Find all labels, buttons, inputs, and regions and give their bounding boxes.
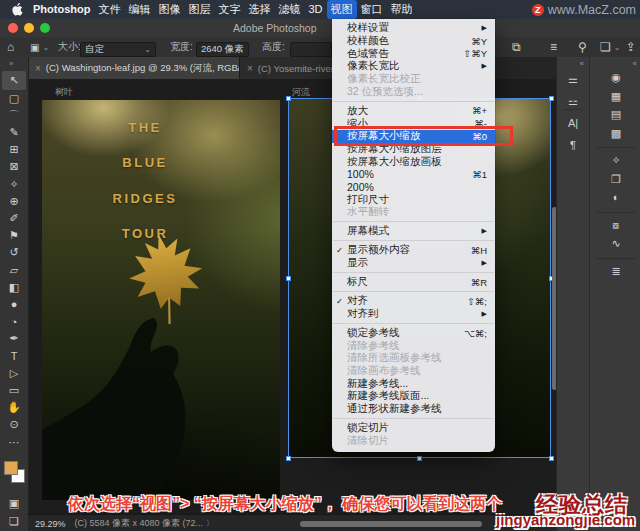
- menu-item-屏幕模式[interactable]: 屏幕模式▶: [332, 225, 495, 238]
- home-icon[interactable]: ⌂: [7, 40, 14, 54]
- swatches-panel-icon[interactable]: ▦: [590, 90, 640, 103]
- selection-handle[interactable]: [417, 456, 422, 461]
- size-select[interactable]: 自定⌄: [80, 42, 156, 57]
- menu-item-色域警告[interactable]: 色域警告⇧⌘Y: [332, 47, 495, 60]
- healing-brush-tool[interactable]: ⊕: [0, 193, 28, 209]
- history-brush-tool[interactable]: ↺: [0, 245, 28, 261]
- brush-tool[interactable]: ✐: [0, 210, 28, 226]
- menu-item-按屏幕大小缩放画板[interactable]: 按屏幕大小缩放画板: [332, 155, 495, 168]
- type-tool[interactable]: T: [0, 348, 28, 364]
- hand-tool[interactable]: ✋: [0, 400, 28, 416]
- shape-tool[interactable]: ▭: [0, 382, 28, 398]
- patterns-panel-icon[interactable]: ▩: [590, 127, 640, 140]
- close-tab-icon[interactable]: ×: [35, 63, 41, 74]
- apple-logo-icon[interactable]: [12, 3, 23, 16]
- artboard-tool-icon[interactable]: ▣: [30, 42, 39, 53]
- selection-handle[interactable]: [549, 96, 554, 101]
- selection-handle[interactable]: [286, 96, 291, 101]
- menu-item-校样设置[interactable]: 校样设置▶: [332, 22, 495, 35]
- selection-handle[interactable]: [286, 456, 291, 461]
- blur-tool[interactable]: ●: [0, 296, 28, 312]
- eyedropper-tool[interactable]: ✧: [0, 176, 28, 192]
- place-image-icon[interactable]: ⧉: [512, 37, 521, 57]
- gradient-tool[interactable]: ◧: [0, 279, 28, 295]
- menu-item-锁定参考线[interactable]: 锁定参考线⌥⌘;: [332, 327, 495, 340]
- menubar-item-文字[interactable]: 文字: [214, 0, 244, 19]
- close-tab-icon[interactable]: ×: [247, 63, 253, 74]
- menu-item-200%[interactable]: 200%: [332, 181, 495, 194]
- quick-mask-icon[interactable]: ▣: [0, 495, 28, 511]
- more-tools[interactable]: ⋯: [0, 434, 28, 450]
- menubar-item-帮助[interactable]: 帮助: [387, 0, 417, 19]
- zoom-window-button[interactable]: [40, 23, 50, 33]
- collapse-panels-icon[interactable]: «: [633, 59, 637, 68]
- workspace-switcher-icon[interactable]: ❏⌄: [600, 37, 620, 57]
- artboard-label-leaf[interactable]: 树叶: [55, 86, 73, 99]
- menu-item-校样颜色[interactable]: 校样颜色⌘Y: [332, 35, 495, 48]
- menu-item-100%[interactable]: 100%⌘1: [332, 168, 495, 181]
- menubar-item-文件[interactable]: 文件: [94, 0, 124, 19]
- paragraph-panel-icon[interactable]: ¶: [557, 139, 589, 151]
- zoom-tool[interactable]: ⊙: [0, 417, 28, 433]
- pen-tool[interactable]: ✒: [0, 331, 28, 347]
- menu-item-显示[interactable]: 显示▶: [332, 257, 495, 270]
- selection-handle[interactable]: [549, 456, 554, 461]
- menubar-item-Photoshop[interactable]: Photoshop: [29, 0, 94, 19]
- menu-item-显示额外内容[interactable]: ✓显示额外内容⌘H: [332, 244, 495, 257]
- minimize-window-button[interactable]: [24, 23, 34, 33]
- libraries-panel-icon[interactable]: ❐: [590, 173, 640, 186]
- menubar-item-滤镜[interactable]: 滤镜: [274, 0, 304, 19]
- menubar-item-图像[interactable]: 图像: [154, 0, 184, 19]
- width-field[interactable]: 2640 像素: [196, 42, 249, 57]
- screen-mode-icon[interactable]: ❏: [0, 513, 28, 529]
- chevron-down-icon[interactable]: ⌄: [42, 43, 49, 52]
- menubar-item-3D[interactable]: 3D: [304, 0, 326, 19]
- properties-panel-icon[interactable]: ⚍: [557, 95, 589, 108]
- gradients-panel-icon[interactable]: ▤: [590, 108, 640, 121]
- menu-item-新建参考线...[interactable]: 新建参考线...: [332, 377, 495, 390]
- lasso-tool[interactable]: ⌒: [0, 107, 28, 123]
- share-icon[interactable]: ⇪: [626, 37, 636, 57]
- selection-handle[interactable]: [286, 276, 291, 281]
- color-panel-icon[interactable]: ◉: [590, 71, 640, 84]
- learn-panel-icon[interactable]: ✧: [590, 154, 640, 167]
- menu-item-打印尺寸[interactable]: 打印尺寸: [332, 193, 495, 206]
- menu-item-标尺[interactable]: 标尺⌘R: [332, 276, 495, 289]
- horizontal-scrollbar[interactable]: [300, 521, 482, 527]
- document-tab-1[interactable]: ×(C) Washington-leaf.jpg @ 29.3% (河流, RG…: [28, 57, 240, 79]
- menu-item-锁定切片[interactable]: 锁定切片: [332, 422, 495, 435]
- frame-tool[interactable]: ⊠: [0, 159, 28, 175]
- align-icon[interactable]: ≡: [550, 37, 557, 57]
- menu-item-对齐[interactable]: ✓对齐⇧⌘;: [332, 295, 495, 308]
- menu-item-对齐到[interactable]: 对齐到▶: [332, 308, 495, 321]
- history-panel-icon[interactable]: ⧇: [590, 219, 640, 232]
- close-window-button[interactable]: [8, 23, 18, 33]
- marquee-tool[interactable]: ▢: [0, 90, 28, 106]
- menu-item-通过形状新建参考线[interactable]: 通过形状新建参考线: [332, 403, 495, 416]
- adjustments-panel-icon[interactable]: ⚌: [557, 73, 589, 86]
- menu-item-放大[interactable]: 放大⌘+: [332, 105, 495, 118]
- menubar-item-选择[interactable]: 选择: [244, 0, 274, 19]
- character-panel-icon[interactable]: A|: [557, 117, 589, 129]
- eraser-tool[interactable]: ▱: [0, 262, 28, 278]
- layers-panel-icon[interactable]: ≣: [590, 265, 640, 278]
- quick-selection-tool[interactable]: ✎: [0, 124, 28, 140]
- adjustments2-panel-icon[interactable]: ◐: [590, 191, 640, 203]
- foreground-color-swatch[interactable]: [4, 461, 18, 475]
- menubar-item-编辑[interactable]: 编辑: [124, 0, 154, 19]
- menubar-item-视图[interactable]: 视图: [327, 0, 357, 19]
- move-tool[interactable]: ↖: [2, 71, 26, 90]
- menubar-item-图层[interactable]: 图层: [184, 0, 214, 19]
- status-chevron-icon[interactable]: 〉: [206, 518, 214, 529]
- collapse-panels-icon[interactable]: «: [580, 59, 584, 68]
- menubar-item-窗口[interactable]: 窗口: [357, 0, 387, 19]
- search-icon[interactable]: ⚲: [578, 37, 587, 57]
- dodge-tool[interactable]: ◔: [0, 314, 28, 330]
- path-select-tool[interactable]: ▷: [0, 365, 28, 381]
- paths-panel-icon[interactable]: ∿: [590, 237, 640, 250]
- menu-item-新建参考线版面...[interactable]: 新建参考线版面...: [332, 390, 495, 403]
- clone-stamp-tool[interactable]: ⚑: [0, 228, 28, 244]
- crop-tool[interactable]: ⊞: [0, 142, 28, 158]
- height-field[interactable]: [290, 42, 332, 57]
- collapse-toolbar-icon[interactable]: »: [9, 59, 13, 68]
